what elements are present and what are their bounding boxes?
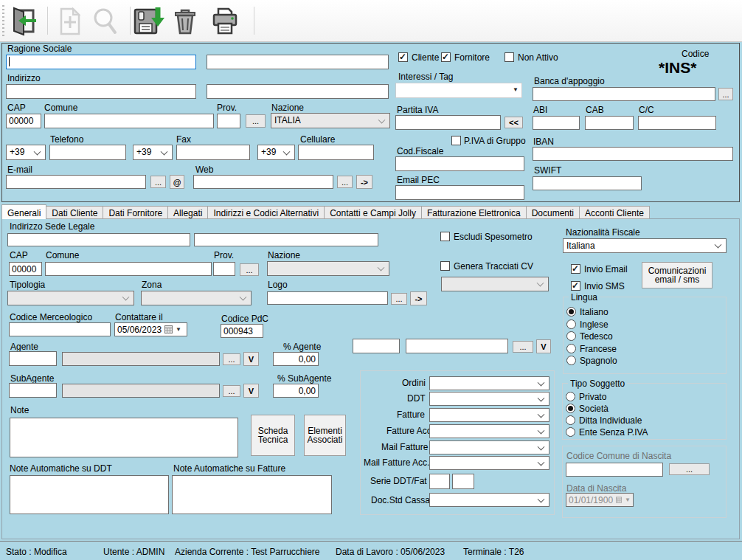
nazione2-select[interactable] — [267, 261, 389, 276]
pct-agente-input[interactable] — [273, 352, 319, 366]
lookup-browse-button[interactable]: ... — [513, 341, 533, 353]
tab-generali[interactable]: Generali — [1, 204, 46, 219]
comune2-input[interactable] — [45, 262, 212, 276]
lookup-name-input[interactable] — [406, 339, 508, 353]
contattare-datepicker[interactable]: 05/06/2023 ▼ — [114, 322, 187, 336]
swift-input[interactable] — [533, 176, 642, 190]
print-icon[interactable] — [208, 5, 242, 38]
serie-fat-input[interactable] — [452, 474, 474, 489]
cod-fiscale-input[interactable] — [395, 156, 524, 171]
tipo-ditta-radio[interactable] — [566, 415, 575, 425]
cv-select[interactable] — [441, 277, 549, 291]
subagente-code-input[interactable] — [9, 383, 57, 398]
tipo-privato-radio[interactable] — [566, 392, 575, 401]
tab-indirizzi-alternativi[interactable]: Indirizzi e Codici Alternativi — [208, 206, 325, 219]
doc-std-select[interactable] — [429, 493, 549, 507]
prov-input[interactable] — [217, 114, 240, 128]
codice-merceologico-input[interactable] — [9, 322, 111, 336]
banca-browse-button[interactable]: ... — [718, 88, 733, 100]
ddt-select[interactable] — [429, 392, 549, 406]
invio-email-checkbox[interactable] — [571, 264, 580, 274]
ordini-select[interactable] — [429, 376, 549, 390]
cliente-checkbox[interactable] — [398, 52, 408, 62]
piva-gruppo-checkbox[interactable] — [451, 136, 461, 145]
tab-fatturazione-elettronica[interactable]: Fatturazione Elettronica — [422, 206, 527, 219]
pct-subagente-input[interactable] — [273, 384, 319, 398]
indirizzo-input[interactable] — [6, 84, 196, 99]
tipo-ente-radio[interactable] — [566, 427, 575, 437]
ragione-sociale-input[interactable] — [6, 55, 196, 69]
banca-input[interactable] — [533, 87, 715, 101]
serie-ddt-input[interactable] — [429, 474, 450, 489]
non-attivo-checkbox[interactable] — [505, 52, 514, 62]
codice-pdc-input[interactable] — [221, 324, 263, 338]
lingua-francese-radio[interactable] — [566, 344, 576, 353]
escludi-spesometro-checkbox[interactable] — [440, 232, 450, 241]
open-web-button[interactable]: -> — [356, 175, 372, 189]
cc-input[interactable] — [638, 116, 716, 130]
agente-view-button[interactable]: V — [243, 352, 259, 366]
save-icon[interactable] — [131, 5, 165, 38]
piva-copy-button[interactable]: << — [505, 117, 523, 128]
tab-contatti-jolly[interactable]: Contatti e Campi Jolly — [325, 206, 422, 219]
interessi-select[interactable] — [395, 83, 522, 98]
comune2-browse-button[interactable]: ... — [240, 263, 259, 276]
lookup-view-button[interactable]: V — [536, 339, 551, 353]
fornitore-checkbox[interactable] — [441, 52, 451, 62]
agente-browse-button[interactable]: ... — [223, 353, 240, 365]
codice-comune-nascita-input[interactable] — [566, 463, 663, 477]
fax-prefix-select[interactable]: +39 — [133, 145, 173, 160]
cap-input[interactable] — [6, 114, 41, 128]
tab-dati-cliente[interactable]: Dati Cliente — [46, 206, 103, 219]
cap2-input[interactable] — [9, 262, 42, 276]
toolbar-grip[interactable] — [2, 5, 4, 37]
web-browse-button[interactable]: ... — [337, 176, 353, 188]
indirizzo2-input[interactable] — [207, 84, 389, 99]
web-input[interactable] — [193, 175, 333, 189]
scheda-tecnica-button[interactable]: Scheda Tecnica — [251, 415, 295, 456]
cellulare-prefix-select[interactable]: +39 — [257, 145, 295, 160]
lingua-spagnolo-radio[interactable] — [566, 356, 576, 365]
mail-fatture-acc-select[interactable] — [429, 456, 549, 470]
partita-iva-input[interactable] — [395, 115, 501, 130]
fatture-acc-select[interactable] — [429, 424, 549, 438]
tab-acconti-cliente[interactable]: Acconti Cliente — [580, 206, 650, 219]
tipo-societa-radio[interactable] — [566, 404, 575, 413]
search-icon[interactable] — [89, 5, 122, 38]
delete-icon[interactable] — [168, 5, 202, 38]
zona-select[interactable] — [141, 291, 252, 305]
logo-input[interactable] — [267, 291, 388, 305]
nazione-select[interactable]: ITALIA — [271, 113, 390, 128]
send-email-button[interactable]: @ — [170, 175, 184, 189]
lookup-code-input[interactable] — [353, 339, 400, 353]
comune-input[interactable] — [44, 114, 214, 128]
cellulare-input[interactable] — [298, 145, 374, 160]
logo-browse-button[interactable]: ... — [391, 293, 407, 305]
invio-sms-checkbox[interactable] — [571, 281, 580, 291]
prov2-input[interactable] — [213, 262, 235, 276]
subagente-view-button[interactable]: V — [243, 384, 259, 398]
nazionalita-select[interactable]: Italiana — [563, 238, 727, 253]
elementi-associati-button[interactable]: Elementi Associati — [304, 415, 346, 456]
email-browse-button[interactable]: ... — [150, 176, 166, 188]
agente-code-input[interactable] — [9, 351, 57, 366]
mail-fatture-select[interactable] — [429, 440, 549, 454]
comune-nascita-browse-button[interactable]: ... — [669, 463, 710, 475]
cab-input[interactable] — [585, 116, 634, 130]
comune-browse-button[interactable]: ... — [246, 114, 266, 128]
sede-legale2-input[interactable] — [194, 233, 378, 246]
tipologia-select[interactable] — [7, 291, 134, 305]
logo-open-button[interactable]: -> — [410, 291, 427, 305]
lingua-inglese-radio[interactable] — [566, 319, 576, 329]
tab-dati-fornitore[interactable]: Dati Fornitore — [103, 206, 168, 219]
abi-input[interactable] — [533, 116, 580, 130]
email-pec-input[interactable] — [395, 185, 524, 200]
note-textarea[interactable] — [10, 418, 238, 457]
tab-documenti[interactable]: Documenti — [527, 206, 580, 219]
genera-cv-checkbox[interactable] — [440, 261, 450, 271]
comunicazioni-button[interactable]: Comunicazioni email / sms — [642, 262, 712, 288]
lingua-italiano-radio[interactable] — [566, 307, 576, 317]
lingua-tedesco-radio[interactable] — [566, 331, 576, 341]
new-record-icon[interactable] — [53, 5, 87, 38]
subagente-browse-button[interactable]: ... — [223, 385, 240, 397]
